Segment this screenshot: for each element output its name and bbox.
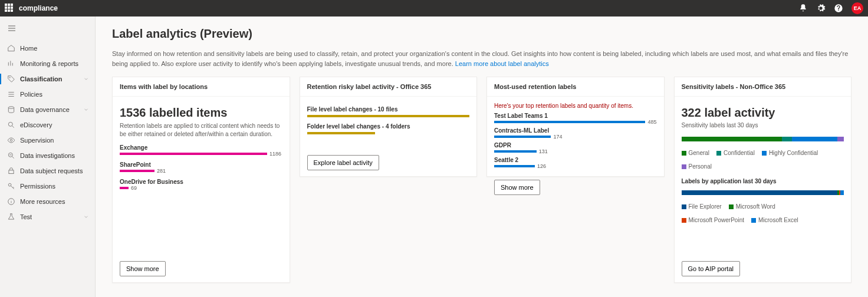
sidebar: Home Monitoring & reports Classification… [0,16,96,297]
retention-bar [494,150,537,153]
retention-bar-row: Seattle 2 126 [494,157,657,169]
sensitivity-stacked-bar-1 [682,137,844,141]
legend-swatch [682,218,686,223]
sidebar-item-home[interactable]: Home [0,41,95,56]
beaker-icon [7,213,15,221]
avatar[interactable]: EA [851,2,863,14]
sensitivity-stacked-bar-2 [682,190,844,195]
legend-swatch [682,164,686,169]
retention-show-more-button[interactable]: Show more [494,180,540,195]
card-retention: Most-used retention labels Here's your t… [486,77,665,177]
sidebar-item-data-governance[interactable]: Data governance [0,102,95,117]
key-icon [7,182,15,190]
legend-item: Confidential [716,150,755,156]
svg-point-3 [10,139,12,141]
sidebar-item-data-investigations[interactable]: Data investigations [0,148,95,163]
learn-more-link[interactable]: Learn more about label analytics [455,60,549,67]
explore-label-activity-button[interactable]: Explore label activity [307,155,379,170]
card-retention-title: Most-used retention labels [487,77,664,97]
stacked-segment [782,137,792,141]
location-bar-value: 69 [131,185,137,191]
legend-item: Microsoft Word [729,203,775,210]
risky-bar [307,132,376,134]
lock-icon [7,167,15,175]
legend-label: Confidential [724,150,755,156]
sensitivity-section2-label: Labels by application last 30 days [682,178,844,184]
risky-bar-label: Folder level label changes - 4 folders [307,123,470,130]
menu-toggle[interactable] [0,20,95,41]
retention-bar-label: Contracts-ML Label [494,127,657,134]
retention-bar [494,136,551,138]
legend-item: Microsoft Excel [751,217,798,223]
legend-label: General [689,150,710,156]
legend-swatch [716,151,721,156]
sliders-icon [7,90,15,98]
retention-bar-value: 174 [553,134,562,140]
sidebar-item-label: eDiscovery [20,121,89,128]
info-icon [7,197,15,206]
sidebar-item-ediscovery[interactable]: eDiscovery [0,117,95,133]
retention-bar [494,165,535,167]
card-sensitivity: Sensitivity labels - Non-Office 365 322 … [674,77,852,283]
sensitivity-sub: Sensitivity labels last 30 days [682,122,844,128]
retention-bar-value: 485 [647,119,656,125]
legend-label: Personal [689,163,712,170]
location-bar [120,170,154,172]
waffle-icon[interactable] [5,4,14,13]
location-bar [120,187,129,189]
sidebar-item-monitoring-reports[interactable]: Monitoring & reports [0,56,95,71]
legend-item: Personal [682,163,712,170]
location-bar-label: OneDrive for Business [120,179,282,185]
go-to-aip-portal-button[interactable]: Go to AIP portal [682,261,740,276]
chevron-down-icon [83,107,89,113]
sidebar-item-label: Data subject requests [20,167,89,174]
retention-hint: Here's your top retention labels and qua… [494,103,657,109]
legend-label: Microsoft Excel [758,217,798,223]
sidebar-item-label: Test [20,213,83,220]
chevron-down-icon [83,76,89,82]
stacked-segment [792,137,837,141]
stacked-segment [837,137,844,141]
page-title: Label analytics (Preview) [112,27,851,41]
location-bar-value: 281 [157,168,166,174]
sidebar-item-policies[interactable]: Policies [0,87,95,102]
risky-bar [307,115,470,117]
gear-icon[interactable] [816,4,826,13]
legend-swatch [751,218,756,223]
card-risky-title: Retention risky label activity - Office … [300,77,477,97]
tag-icon [7,75,15,83]
locations-show-more-button[interactable]: Show more [120,261,166,276]
card-locations-title: Items with label by locations [113,77,290,97]
sidebar-item-permissions[interactable]: Permissions [0,179,95,194]
legend-swatch [729,204,734,209]
svg-point-6 [8,183,11,186]
sidebar-item-classification[interactable]: Classification [0,71,95,87]
retention-bar-row: Contracts-ML Label 174 [494,127,657,140]
sidebar-item-label: More resources [20,198,89,205]
sidebar-item-supervision[interactable]: Supervision [0,133,95,148]
sidebar-item-test[interactable]: Test [0,209,95,225]
bell-icon[interactable] [798,4,808,13]
location-bar-label: SharePoint [120,161,282,168]
svg-point-0 [9,77,10,78]
eye-icon [7,136,15,144]
retention-bar [494,121,645,123]
sidebar-item-label: Data governance [20,106,83,113]
db-icon [7,105,15,114]
svg-point-2 [8,122,12,126]
card-risky: Retention risky label activity - Office … [300,77,478,177]
help-icon[interactable] [834,4,843,13]
sidebar-item-label: Policies [20,91,89,98]
legend-swatch [682,151,686,156]
legend-item: Microsoft PowerPoint [682,217,744,223]
retention-bar-value: 126 [537,163,546,169]
sidebar-item-more-resources[interactable]: More resources [0,194,95,209]
top-bar: compliance EA [0,0,868,16]
location-bar-value: 1186 [269,151,281,157]
sidebar-item-data-subject-requests[interactable]: Data subject requests [0,163,95,179]
page-description: Stay informed on how retention and sensi… [112,49,851,68]
sensitivity-stat: 322 label activity [682,106,844,120]
sidebar-item-label: Data investigations [20,152,89,159]
retention-bar-label: Seattle 2 [494,157,657,163]
retention-bar-row: Test Label Teams 1 485 [494,113,657,125]
